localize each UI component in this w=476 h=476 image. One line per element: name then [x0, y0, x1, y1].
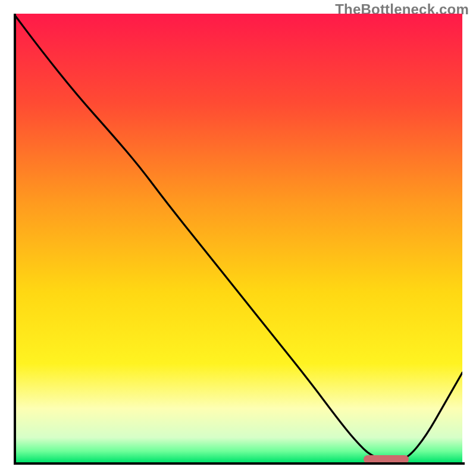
chart-container: TheBottleneck.com	[0, 0, 476, 476]
x-axis-line	[14, 462, 465, 465]
y-axis-line	[14, 14, 16, 465]
plot-area	[14, 14, 462, 462]
gradient-background	[14, 14, 462, 462]
